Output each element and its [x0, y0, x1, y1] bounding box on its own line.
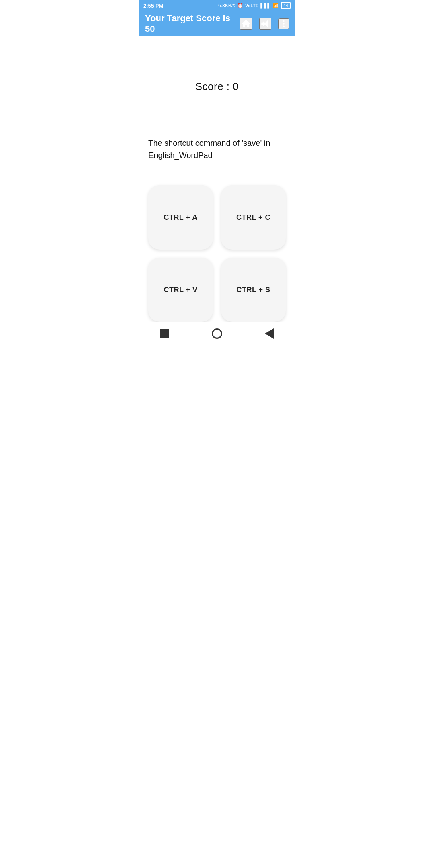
network-speed: 6.3KB/s	[218, 3, 235, 8]
back-icon	[265, 328, 274, 339]
svg-point-1	[283, 20, 285, 22]
option-b-button[interactable]: CTRL + C	[221, 185, 286, 250]
option-d-button[interactable]: CTRL + S	[221, 258, 286, 322]
wifi-icon: 📶	[273, 3, 279, 8]
recent-apps-icon	[160, 329, 169, 338]
option-c-button[interactable]: CTRL + V	[148, 258, 213, 322]
lte-icon: VoLTE	[245, 3, 258, 8]
app-bar-title: Your Target Score Is 50	[145, 13, 235, 34]
main-content: Score : 0 The shortcut command of 'save'…	[139, 36, 295, 322]
status-icons: 6.3KB/s ⏰ VoLTE ▌▌▌ 📶 44	[218, 2, 291, 9]
home-icon	[241, 18, 251, 29]
svg-point-3	[283, 26, 285, 27]
back-button[interactable]	[259, 323, 279, 344]
svg-point-2	[283, 23, 285, 25]
option-a-button[interactable]: CTRL + A	[148, 185, 213, 250]
battery-icon: 44	[281, 2, 291, 9]
question-text: The shortcut command of 'save' in Englis…	[147, 137, 287, 161]
options-grid: CTRL + A CTRL + C CTRL + V CTRL + S	[147, 185, 287, 322]
tts-button[interactable]	[259, 18, 271, 30]
app-bar: Your Target Score Is 50	[139, 11, 295, 36]
home-button[interactable]	[240, 18, 252, 30]
recent-apps-button[interactable]	[155, 323, 175, 344]
signal-icon: ▌▌▌	[260, 3, 271, 8]
status-bar: 2:55 PM 6.3KB/s ⏰ VoLTE ▌▌▌ 📶 44	[139, 0, 295, 11]
alarm-icon: ⏰	[237, 3, 243, 8]
home-nav-button[interactable]	[207, 323, 227, 344]
speaker-icon	[260, 18, 270, 29]
score-display: Score : 0	[195, 80, 239, 93]
bottom-nav	[139, 322, 295, 346]
more-vert-icon	[279, 19, 288, 28]
home-nav-icon	[212, 328, 222, 339]
more-options-button[interactable]	[278, 18, 289, 29]
status-time: 2:55 PM	[143, 3, 163, 9]
app-bar-actions	[240, 18, 289, 30]
